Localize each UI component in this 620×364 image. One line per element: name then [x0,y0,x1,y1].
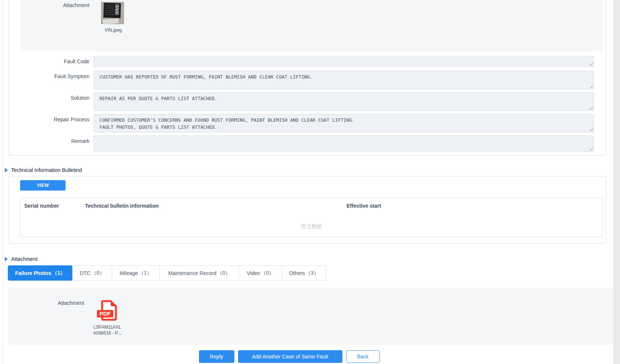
solution-row: Solution REPAIR AS PER QUOTE & PARTS LIS… [9,92,606,111]
form-attachment-panel: Attachment VIN.jpeg [20,0,603,51]
tab-count: （0） [91,270,105,277]
fault-code-input[interactable] [94,56,594,67]
vin-photo-thumbnail[interactable] [101,2,124,24]
tab-count: （0） [261,270,274,277]
footer-actions: Reply Add Another Case of Same Fault Bac… [9,350,606,363]
scrollbar-track[interactable] [614,0,620,364]
col-effective-start: Effective start [347,203,602,209]
empty-state-text: 暂无数据 [20,223,602,230]
remark-input[interactable] [94,135,594,152]
vin-plate-image [103,3,121,18]
left-border-line [3,0,3,364]
view-button[interactable]: VIEW [20,180,66,191]
triangle-right-icon [5,168,8,172]
repair-process-label: Repair Process [9,114,89,132]
tab-maintenance-record[interactable]: Maintenance Record （0） [159,265,239,281]
tab-video[interactable]: Video （0） [239,265,282,281]
attachment-file-name: VIN.jpeg [101,28,126,33]
attachment-thumb-block: VIN.jpeg [101,1,128,51]
attachment-section-heading: Attachment [5,256,606,262]
tab-count: （1） [139,270,152,277]
reply-button[interactable]: Reply [199,350,234,363]
repair-process-row: Repair Process CONFIRMED CUSTOMER'S CONC… [9,114,606,132]
pdf-file-icon: PDF [97,300,118,321]
col-bulletin-information: Technical bulletin information [85,203,347,209]
fault-symptom-label: Fault Symptom [9,71,89,89]
remark-label: Remark [9,135,89,152]
bulletin-table: Serial number Technical bulletin informa… [20,198,603,237]
attachment-field-label: Attachment [20,1,89,51]
solution-input[interactable]: REPAIR AS PER QUOTE & PARTS LIST ATTACHE… [94,92,594,111]
tab-mileage[interactable]: Mileage （1） [112,265,160,281]
tab-failure-photos[interactable]: Failure Photos （1） [8,265,73,281]
pdf-attachment[interactable]: PDF LSFAM11AXL A098516 - P… [93,300,121,345]
attachment-tabs: Failure Photos （1） DTC （0） Mileage （1） M… [8,265,606,281]
tab-count: （0） [217,270,231,277]
fault-code-row: Fault Code [9,56,606,67]
bulletin-table-header: Serial number Technical bulletin informa… [20,198,602,209]
fault-symptom-input[interactable]: CUSTOMER HAS REPORTED OF RUST FORMING, P… [94,71,594,89]
attachment-panel-label: Attachment [8,300,84,345]
tab-count: （1） [52,270,66,277]
tab-count: （3） [306,270,319,277]
page: Attachment VIN.jpeg Fault Code [0,0,620,364]
fault-code-label: Fault Code [9,58,89,64]
case-form-card: Attachment VIN.jpeg Fault Code [9,0,606,156]
bulletin-card: VIEW Serial number Technical bulletin in… [9,176,606,244]
attachment-heading-text: Attachment [11,256,38,262]
triangle-right-icon [5,257,8,261]
repair-process-input[interactable]: CONFIRMED CUSTOMER'S CONCERNS AND FOUND … [94,114,594,132]
add-another-case-button[interactable]: Add Another Case of Same Fault [238,350,342,363]
failure-photos-panel: Attachment PDF LSFAM11AXL A098516 - P… [8,288,614,345]
tab-dtc[interactable]: DTC （0） [72,265,112,281]
col-serial-number: Serial number [20,203,85,209]
fault-symptom-row: Fault Symptom CUSTOMER HAS REPORTED OF R… [9,71,606,89]
bulletin-heading-text: Technical Information Bulletind [11,167,82,173]
tab-others[interactable]: Others （3） [282,265,326,281]
solution-label: Solution [9,92,89,111]
remark-row: Remark [9,135,606,152]
bulletin-section-heading: Technical Information Bulletind [5,167,606,173]
back-button[interactable]: Back [346,350,380,363]
pdf-file-name-line1: LSFAM11AXL [93,324,121,330]
main-content: Attachment VIN.jpeg Fault Code [9,0,606,363]
pdf-file-name-line2: A098516 - P… [93,330,121,336]
pdf-label: PDF [99,310,111,317]
